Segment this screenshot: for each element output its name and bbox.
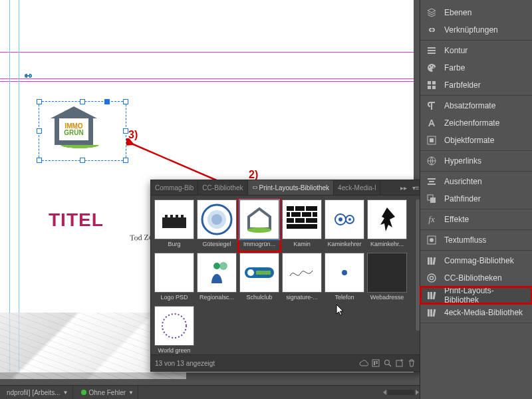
library-item-logo-psd[interactable]: Logo PSD [154, 253, 195, 305]
svg-point-39 [429, 66, 430, 68]
preflight-status[interactable]: Ohne Fehler ▼ [77, 386, 139, 399]
panel-row-objektformate[interactable]: Objektformate [420, 132, 532, 149]
library-item-kaminkehrer[interactable]: Kaminkehrer [324, 200, 365, 251]
tabs-scroll-icon[interactable]: ▸▸ [398, 180, 410, 195]
panel-row-label: Commag-Bibliothek [444, 256, 514, 265]
trash-icon[interactable] [406, 358, 418, 368]
library-tabs: Commag-Bib CC-Bibliothek Print-Layouts-B… [151, 180, 420, 196]
placed-logo-immogruen[interactable]: IMMO GRÜN [47, 106, 106, 156]
search-icon[interactable] [382, 358, 394, 368]
library-status-text: 13 von 13 angezeigt [155, 360, 215, 367]
sketch-annotation: Tod Zo [130, 232, 153, 243]
library-item-label: Burg [154, 241, 194, 247]
panel-row-textumfluss[interactable]: Textumfluss [420, 231, 532, 249]
library-grid[interactable]: BurgGütesiegelImmogrün...KaminKaminkehre… [151, 196, 420, 354]
panel-row-hyperlinks[interactable]: Hyperlinks [420, 152, 532, 170]
library-item-signature-[interactable]: signature-... [281, 253, 323, 305]
svg-point-24 [247, 269, 254, 276]
svg-rect-66 [432, 309, 436, 317]
library-tab-4eck[interactable]: 4eck-Media-l [334, 180, 380, 195]
document-canvas[interactable]: IMMO GRÜN TITEL Tod Zo 3) 2) 1) Commag-B… [0, 0, 420, 399]
panel-row-zeichenformate[interactable]: Zeichenformate [420, 114, 532, 132]
library-item-telefon[interactable]: Telefon [324, 253, 365, 305]
library-item-burg[interactable]: Burg [154, 200, 195, 251]
panel-row-label: Effekte [444, 215, 469, 224]
library-item-g-tesiegel[interactable]: Gütesiegel [196, 200, 237, 251]
library-panel[interactable]: Commag-Bib CC-Bibliothek Print-Layouts-B… [150, 180, 420, 372]
library-status-bar: 13 von 13 angezeigt [151, 354, 420, 371]
panel-row-label: Ausrichten [444, 177, 482, 186]
para-icon [426, 100, 438, 112]
panel-row-cc-bibliotheken[interactable]: CC-Bibliotheken [420, 269, 532, 287]
panel-row-effekte[interactable]: fxEffekte [420, 211, 532, 228]
library-item-label: Webadresse [367, 294, 407, 301]
library-item-label: Regionalsc... [197, 294, 237, 301]
library-thumb [239, 200, 279, 239]
svg-rect-42 [428, 81, 431, 84]
status-dot-ok [81, 390, 86, 395]
svg-rect-53 [430, 198, 436, 203]
library-thumb [154, 200, 194, 239]
cloud-icon[interactable] [358, 358, 370, 368]
scrollbar-thumb[interactable] [416, 200, 420, 331]
svg-rect-50 [429, 181, 434, 182]
panel-row-print-layouts-bibliothek[interactable]: Print-Layouts-Bibliothek [420, 287, 532, 304]
panel-row-ausrichten[interactable]: Ausrichten [420, 173, 532, 190]
panel-row-pathfinder[interactable]: Pathfinder [420, 190, 532, 207]
color-icon [426, 62, 438, 74]
scrollbar[interactable] [415, 200, 420, 331]
library-item-label: Immogrün... [239, 241, 279, 247]
panel-row-label: 4eck-Media-Bibliothek [444, 308, 523, 317]
layers-icon [426, 7, 438, 19]
panel-row-verkn-pfungen[interactable]: Verknüpfungen [420, 21, 532, 39]
library-item-regionalsc-[interactable]: Regionalsc... [196, 253, 237, 305]
panel-row-farbe[interactable]: Farbe [420, 59, 532, 76]
panel-row-4eck-media-bibliothek[interactable]: 4eck-Media-Bibliothek [420, 304, 532, 321]
panel-row-label: Hyperlinks [444, 156, 481, 166]
svg-rect-62 [430, 292, 432, 299]
linked-object-badge [23, 72, 33, 80]
library-tab-cc[interactable]: CC-Bibliothek [198, 180, 247, 195]
library-item-webadresse[interactable]: Webadresse [366, 253, 408, 305]
svg-rect-51 [428, 184, 436, 185]
panel-row-label: Farbe [444, 63, 465, 72]
logo-text-line2: GRÜN [64, 130, 83, 136]
textwrap-icon [426, 234, 438, 246]
panel-row-commag-bibliothek[interactable]: Commag-Bibliothek [420, 252, 532, 269]
panel-row-absatzformate[interactable]: Absatzformate [420, 97, 532, 114]
panel-menu-icon[interactable]: ▾≡ [410, 180, 420, 195]
svg-point-20 [348, 218, 351, 221]
new-item-icon[interactable] [394, 358, 406, 368]
library-item-kamin[interactable]: Kamin [281, 200, 323, 251]
guide-horizontal [0, 81, 414, 82]
svg-rect-44 [428, 86, 431, 89]
library-item-world-green[interactable]: World green [154, 306, 195, 354]
svg-point-4 [247, 227, 271, 233]
library-item-label: Kaminkehr... [367, 241, 407, 247]
library-item-kaminkehr-[interactable]: Kaminkehr... [366, 200, 408, 251]
library-thumb [367, 200, 407, 239]
panel-row-ebenen[interactable]: Ebenen [420, 4, 532, 21]
library-thumb [197, 200, 237, 239]
library-item-label: Kaminkehrer [325, 241, 364, 247]
doc-tab-segment[interactable]: ndprofil] [Arbeits... ▼ [3, 386, 73, 399]
svg-point-26 [342, 270, 347, 275]
hyperlink-icon [426, 155, 438, 167]
scroll-controls[interactable] [379, 386, 420, 399]
library-thumb [325, 253, 364, 293]
svg-point-19 [338, 217, 342, 221]
library-info-icon[interactable] [370, 358, 382, 368]
library-tab-commag[interactable]: Commag-Bib [151, 180, 198, 195]
svg-point-27 [162, 314, 186, 338]
pathfinder-icon [426, 193, 438, 205]
library-item-immogr-n-[interactable]: Immogrün... [239, 200, 280, 251]
panel-row-label: Textumfluss [444, 235, 486, 245]
svg-rect-38 [428, 53, 436, 54]
library-thumb [154, 306, 194, 346]
svg-point-3 [211, 214, 222, 225]
library-tab-print-layouts[interactable]: Print-Layouts-Bibliothek [248, 180, 334, 195]
panel-row-farbfelder[interactable]: Farbfelder [420, 76, 532, 94]
library-item-schulclub[interactable]: Schulclub [239, 253, 280, 305]
panel-row-kontur[interactable]: Kontur [420, 42, 532, 59]
heading-titel[interactable]: TITEL [49, 209, 104, 231]
